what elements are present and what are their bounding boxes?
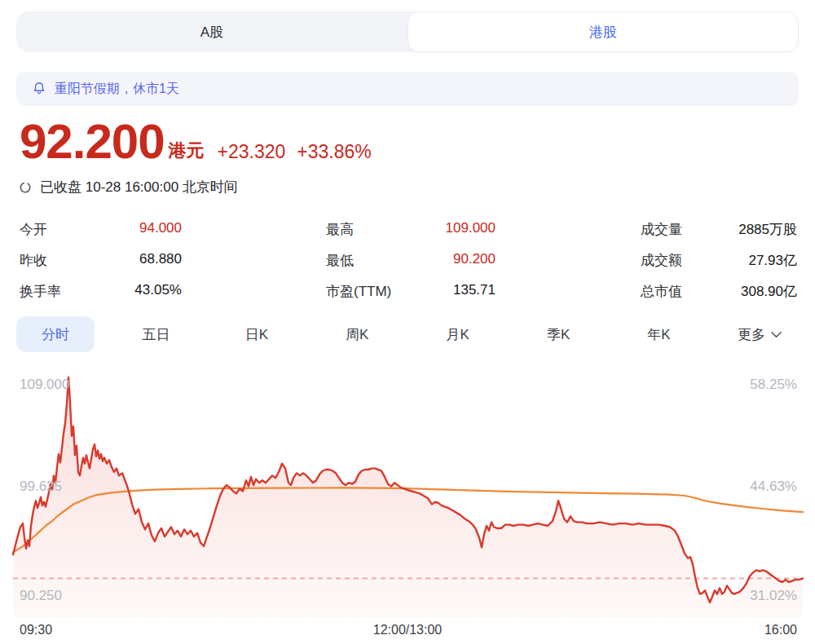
period-tab-yearly-k[interactable]: 年K (620, 316, 698, 352)
stat-turnover-rate: 换手率43.05% (20, 282, 182, 301)
stat-label: 最高 (326, 220, 354, 239)
stats-row: 今开94.000 最高109.000 成交量2885万股 (0, 214, 815, 245)
stat-pe-ttm: 市盈(TTM)135.71 (326, 282, 496, 301)
market-status-text: 已收盘 10-28 16:00:00 北京时间 (40, 178, 238, 196)
stat-value: 308.90亿 (741, 282, 797, 301)
period-tab-weekly-k[interactable]: 周K (318, 316, 396, 352)
currency-label: 港元 (169, 139, 205, 163)
period-tab-label: 年K (647, 325, 670, 344)
market-status-row: 已收盘 10-28 16:00:00 北京时间 (18, 178, 238, 196)
intraday-chart-canvas (0, 359, 815, 644)
period-tab-intraday[interactable]: 分时 (16, 316, 95, 352)
market-tab-bar: A股 港股 (16, 11, 799, 52)
price-change: +23.320 (218, 141, 286, 163)
stat-label: 昨收 (20, 251, 47, 270)
x-axis-label-midday: 12:00/13:00 (0, 623, 815, 637)
stat-label: 总市值 (641, 282, 682, 301)
stat-open: 今开94.000 (20, 220, 182, 239)
stat-value: 135.71 (453, 282, 496, 301)
stat-value: 94.000 (139, 220, 182, 239)
period-tab-label: 周K (346, 325, 368, 344)
y-axis-label-low: 90.250 (20, 588, 62, 604)
quote-price-row: 92.200 港元 +23.320 +33.86% (20, 116, 372, 166)
stats-row: 昨收68.880 最低90.200 成交额27.93亿 (0, 245, 815, 276)
x-axis-label-close: 16:00 (764, 623, 797, 637)
stat-market-cap: 总市值308.90亿 (641, 282, 797, 301)
period-tab-label: 日K (245, 325, 268, 344)
stat-high: 最高109.000 (326, 220, 496, 239)
stat-label: 市盈(TTM) (326, 282, 391, 301)
y-axis-label-mid: 99.625 (20, 479, 62, 495)
tab-a-share-label: A股 (200, 23, 223, 42)
period-tab-label: 五日 (142, 325, 170, 344)
period-tab-label: 更多 (738, 325, 765, 344)
period-tab-monthly-k[interactable]: 月K (419, 316, 497, 352)
y-axis-label-high: 109.000 (20, 377, 69, 393)
period-tab-quarterly-k[interactable]: 季K (519, 316, 597, 352)
stat-value: 90.200 (453, 251, 496, 270)
holiday-notice-banner[interactable]: 重阳节假期，休市1天 (16, 72, 799, 106)
period-tab-5day[interactable]: 五日 (117, 316, 195, 352)
stat-low: 最低90.200 (326, 251, 496, 270)
stat-volume: 成交量2885万股 (641, 220, 797, 239)
tab-hk-share-label: 港股 (589, 23, 617, 42)
period-tab-label: 月K (447, 325, 469, 344)
period-tab-label: 季K (547, 325, 570, 344)
stat-label: 换手率 (20, 282, 61, 301)
holiday-notice-text: 重阳节假期，休市1天 (55, 81, 179, 98)
price-change-percent: +33.86% (297, 141, 371, 163)
last-price: 92.200 (20, 117, 165, 166)
y-axis-pct-mid: 44.63% (750, 479, 797, 495)
area-fill (13, 377, 803, 617)
y-axis-pct-low: 31.02% (750, 588, 797, 604)
stat-label: 成交量 (641, 220, 682, 239)
period-tab-bar: 分时 五日 日K 周K 月K 季K 年K 更多 (16, 316, 799, 352)
stat-value: 2885万股 (738, 220, 797, 239)
stat-value: 68.880 (139, 251, 182, 270)
period-tab-more[interactable]: 更多 (720, 316, 799, 352)
bell-icon (31, 81, 47, 97)
stats-grid: 今开94.000 最高109.000 成交量2885万股 昨收68.880 最低… (0, 214, 815, 307)
chevron-down-icon (771, 331, 782, 338)
period-tab-daily-k[interactable]: 日K (218, 316, 296, 352)
intraday-chart[interactable] (0, 359, 815, 644)
stat-value: 109.000 (446, 220, 496, 239)
stat-value: 27.93亿 (748, 251, 797, 270)
period-tab-label: 分时 (42, 325, 69, 344)
tab-a-share[interactable]: A股 (16, 11, 408, 52)
stat-turnover-amount: 成交额27.93亿 (641, 251, 797, 270)
stat-prev-close: 昨收68.880 (20, 251, 182, 270)
y-axis-pct-high: 58.25% (750, 377, 797, 393)
stat-label: 成交额 (641, 251, 682, 270)
refresh-icon[interactable] (18, 180, 33, 195)
stat-value: 43.05% (134, 282, 182, 301)
tab-hk-share[interactable]: 港股 (408, 11, 799, 52)
stat-label: 最低 (326, 251, 354, 270)
stat-label: 今开 (20, 220, 47, 239)
stats-row: 换手率43.05% 市盈(TTM)135.71 总市值308.90亿 (0, 276, 815, 307)
